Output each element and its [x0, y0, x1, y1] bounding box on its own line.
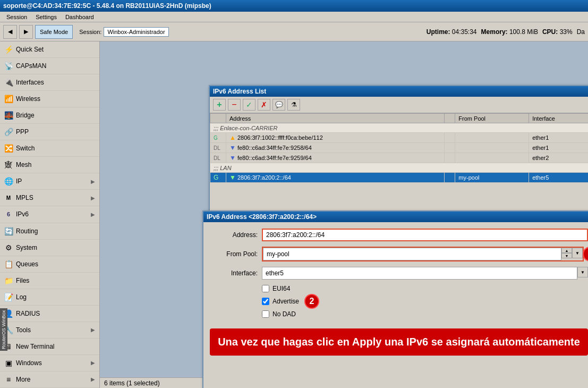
- x-button[interactable]: ✗: [258, 99, 270, 111]
- filter-button[interactable]: ⚗: [287, 99, 300, 111]
- table-row-selected[interactable]: G ▼ 2806:3f7:a200:2::/64 my-pool ether5 …: [210, 173, 589, 183]
- from-pool-up[interactable]: ▲: [561, 248, 572, 253]
- sidebar-label-queues: Queues: [16, 260, 38, 268]
- table-row[interactable]: DL ▼ fe80::c6ad:34ff:fe7e:9258/64 ether1…: [210, 143, 589, 153]
- add-button[interactable]: +: [213, 99, 226, 111]
- ipv6-icon: 6: [4, 210, 13, 218]
- session-label: Session:: [79, 29, 101, 35]
- eui64-label: EUI64: [272, 285, 290, 292]
- eui64-checkbox[interactable]: [262, 285, 269, 292]
- col-interface: Interface: [529, 114, 588, 123]
- cpu-label: CPU: 33%: [542, 28, 573, 36]
- da-label: Da: [577, 28, 585, 36]
- check-button[interactable]: ✓: [243, 99, 255, 111]
- forward-button[interactable]: ▶: [19, 25, 33, 39]
- sidebar-item-mpls[interactable]: M MPLS ▶: [0, 190, 99, 206]
- menu-session[interactable]: Session: [2, 13, 31, 21]
- sidebar-label-mesh: Mesh: [16, 161, 31, 168]
- sidebar-item-ppp[interactable]: 🔗 PPP: [0, 124, 99, 140]
- address-input[interactable]: [262, 229, 588, 241]
- sidebar-item-files[interactable]: 📁 Files: [0, 273, 99, 289]
- sidebar-label-ip: IP: [16, 178, 22, 185]
- back-button[interactable]: ◀: [3, 25, 17, 39]
- sidebar-item-more[interactable]: ≡ More ▶: [0, 372, 99, 388]
- sidebar-item-system[interactable]: ⚙ System: [0, 240, 99, 256]
- wireless-icon: 📶: [4, 95, 13, 103]
- memory-label: Memory: 100.8 MiB: [481, 28, 538, 36]
- section-carrier: ;;; Enlace-con-CARRIER: [210, 123, 589, 133]
- menu-settings[interactable]: Settings: [31, 13, 61, 21]
- interface-dropdown[interactable]: ▼: [577, 267, 588, 277]
- sidebar-item-bridge[interactable]: 🌉 Bridge: [0, 107, 99, 124]
- sidebar-item-switch[interactable]: 🔀 Switch: [0, 140, 99, 157]
- log-icon: 📝: [4, 293, 13, 301]
- advertise-row: Advertise 2: [210, 298, 588, 305]
- addr-3-iface: ether2: [529, 153, 588, 163]
- sidebar-item-tools[interactable]: 🔧 Tools ▶: [0, 322, 99, 339]
- sidebar-item-ipv6[interactable]: 6 IPv6 ▶: [0, 206, 99, 223]
- routing-icon: 🔄: [4, 227, 13, 235]
- sidebar-item-windows[interactable]: ▣ Windows ▶: [0, 355, 99, 372]
- winbox-label: RouterOS WinBox: [0, 308, 7, 351]
- switch-icon: 🔀: [4, 144, 13, 153]
- addr-2-pool: [455, 143, 529, 153]
- sidebar-label-wireless: Wireless: [16, 95, 40, 103]
- menu-dashboard[interactable]: Dashboard: [61, 13, 98, 21]
- windows-arrow-icon: ▶: [91, 360, 95, 366]
- ip-arrow-icon: ▶: [91, 179, 95, 184]
- col-from-pool: From Pool: [455, 114, 529, 123]
- tools-arrow-icon: ▶: [91, 327, 95, 333]
- addr-1-pool: [455, 133, 529, 143]
- comment-btn[interactable]: 💬: [272, 99, 285, 111]
- sidebar-item-capsman[interactable]: 📡 CAPsMAN: [0, 58, 99, 74]
- sidebar-item-routing[interactable]: 🔄 Routing: [0, 223, 99, 240]
- from-pool-dropdown[interactable]: ▼: [572, 248, 583, 258]
- table-row[interactable]: G ▲ 2806:3f7:1002::ffff:f0ca:bebe/112 et…: [210, 133, 589, 143]
- mesh-icon: 🕸: [4, 161, 13, 169]
- table-row[interactable]: DL ▼ fe80::c6ad:34ff:fe7e:9259/64 ether2…: [210, 153, 589, 163]
- no-dad-checkbox[interactable]: [262, 310, 269, 318]
- remove-button[interactable]: −: [228, 99, 241, 111]
- sidebar-item-wireless[interactable]: 📶 Wireless: [0, 91, 99, 107]
- interface-row: Interface: ether5 ▼: [210, 267, 588, 280]
- uptime-label: Uptime: 04:35:34: [427, 28, 477, 36]
- no-dad-label: No DAD: [272, 310, 296, 318]
- main-layout: ⚡ Quick Set 📡 CAPsMAN 🔌 Interfaces 📶 Wir…: [0, 41, 588, 388]
- sidebar-item-radius[interactable]: 👤 RADIUS: [0, 306, 99, 322]
- flag-g2: G: [210, 173, 226, 183]
- list-toolbar: + − ✓ ✗ 💬 ⚗ ▼: [210, 97, 588, 113]
- uptime-section: Uptime: 04:35:34 Memory: 100.8 MiB CPU: …: [427, 28, 585, 36]
- addr-1: ▲ 2806:3f7:1002::ffff:f0ca:bebe/112: [226, 133, 445, 143]
- sidebar-item-mesh[interactable]: 🕸 Mesh: [0, 157, 99, 173]
- session-value: Winbox-Administrador: [104, 27, 168, 37]
- sidebar-item-ip[interactable]: 🌐 IP ▶: [0, 173, 99, 190]
- queues-icon: 📋: [4, 260, 13, 268]
- from-pool-down[interactable]: ▼: [561, 253, 572, 258]
- sidebar-item-interfaces[interactable]: 🔌 Interfaces: [0, 74, 99, 91]
- sidebar-item-quick-set[interactable]: ⚡ Quick Set: [0, 41, 99, 58]
- list-table-container: Address From Pool Interface Advertise ;;…: [210, 113, 588, 204]
- list-window-title-bar: IPv6 Address List _ □ ×: [210, 86, 588, 97]
- addr-4-pool: my-pool: [455, 173, 529, 183]
- title-text: soporte@C4:AD:34:7E:92:5C - 5.48.4 on RB…: [3, 2, 211, 10]
- sidebar-item-log[interactable]: 📝 Log: [0, 289, 99, 306]
- title-bar: soporte@C4:AD:34:7E:92:5C - 5.48.4 on RB…: [0, 0, 588, 12]
- from-pool-row: From Pool: my-pool ▲ ▼ ▼ 1: [210, 247, 588, 262]
- mpls-arrow-icon: ▶: [91, 195, 95, 201]
- interface-select-container: ether5 ▼: [262, 267, 588, 280]
- sidebar-item-queues[interactable]: 📋 Queues: [0, 256, 99, 273]
- list-window-title: IPv6 Address List: [213, 88, 588, 95]
- sidebar-label-ipv6: IPv6: [16, 210, 29, 218]
- safe-mode-button[interactable]: Safe Mode: [35, 25, 73, 39]
- sidebar-label-new-terminal: New Terminal: [16, 343, 54, 350]
- address-label: Address:: [210, 231, 258, 239]
- sidebar-label-switch: Switch: [16, 145, 35, 152]
- advertise-checkbox[interactable]: [262, 298, 269, 305]
- ipv6-arrow-icon: ▶: [91, 212, 95, 217]
- red-banner: Una vez que hagas clic en Apply una IPv6…: [210, 328, 588, 356]
- content-area: IPv6 Address List _ □ × + − ✓ ✗ 💬 ⚗ ▼: [100, 41, 588, 388]
- more-arrow-icon: ▶: [91, 376, 95, 382]
- sidebar-label-more: More: [16, 376, 30, 383]
- sidebar-item-new-terminal[interactable]: 🖥 New Terminal: [0, 339, 99, 355]
- flag-dl2: DL: [210, 153, 226, 163]
